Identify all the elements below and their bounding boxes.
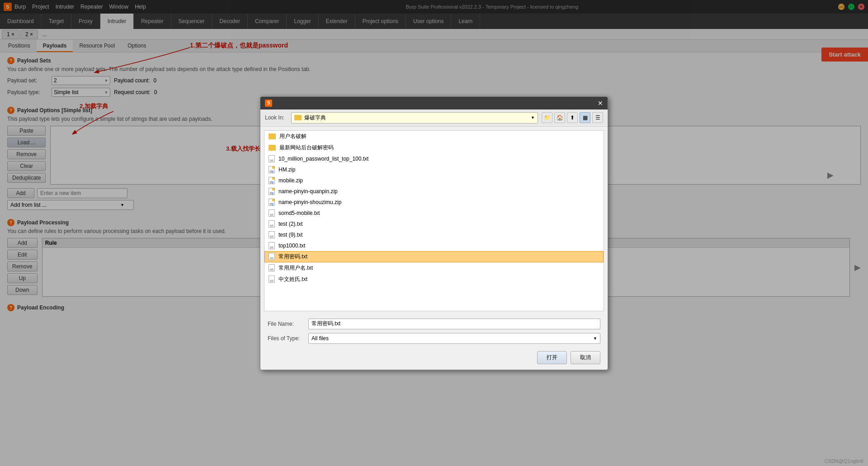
file-list-item[interactable]: txttest (2).txt (264, 219, 604, 229)
dialog-bottom: File Name: Files of Type: All files ▼ (260, 315, 608, 347)
file-item-name: test (9).txt (278, 232, 302, 238)
zip-icon: zip (269, 166, 275, 173)
dialog-overlay: S ✕ Look In: 爆破字典 ▼ 📁 🏠 ⬆ ▦ ☰ 用户名破解最新网站后… (0, 0, 868, 466)
file-list-item[interactable]: 用户名破解 (264, 131, 604, 142)
file-list-item[interactable]: zipname-pinyin-quanpin.zip (264, 186, 604, 197)
dialog-close-button[interactable]: ✕ (598, 100, 603, 107)
file-list-item[interactable]: 最新网站后台破解密码 (264, 142, 604, 153)
file-item-name: name-pinyin-shouzimu.zip (278, 199, 341, 205)
file-item-name: somd5-mobile.txt (278, 210, 320, 216)
txt-icon: txt (269, 220, 275, 228)
toolbar-home-icon[interactable]: 🏠 (554, 112, 565, 123)
file-list-item[interactable]: txttop1000.txt (264, 240, 604, 251)
file-item-name: test (2).txt (278, 221, 302, 227)
file-list-item[interactable]: txt中文姓氏.txt (264, 274, 604, 285)
file-list-item[interactable]: zipmobile.zip (264, 175, 604, 186)
txt-icon: txt (269, 231, 275, 238)
file-item-name: 常用用户名.txt (278, 264, 313, 272)
txt-icon: txt (269, 253, 275, 260)
file-item-name: 常用密码.txt (278, 253, 307, 261)
file-name-row: File Name: (268, 319, 600, 329)
file-list-item[interactable]: txtsomd5-mobile.txt (264, 208, 604, 219)
files-type-dropdown-icon: ▼ (593, 336, 597, 341)
files-type-select[interactable]: All files ▼ (308, 333, 600, 344)
file-name-input[interactable] (308, 319, 600, 329)
files-type-value: All files (311, 335, 329, 342)
look-in-value: 爆破字典 (304, 114, 326, 122)
look-in-label: Look In: (265, 114, 288, 121)
dialog-actions: 打开 取消 (260, 347, 608, 370)
dialog-title-icon: S (265, 100, 272, 107)
file-list-item[interactable]: txt常用用户名.txt (264, 262, 604, 274)
file-item-name: HM.zip (278, 166, 295, 173)
zip-icon: zip (269, 199, 275, 206)
file-item-name: mobile.zip (278, 177, 303, 184)
file-item-name: top1000.txt (278, 243, 305, 249)
file-list-item[interactable]: zipHM.zip (264, 164, 604, 175)
file-item-name: name-pinyin-quanpin.zip (278, 188, 338, 195)
txt-icon: txt (269, 155, 275, 162)
files-type-row: Files of Type: All files ▼ (268, 333, 600, 344)
file-item-name: 用户名破解 (279, 133, 307, 140)
txt-icon: txt (269, 264, 275, 271)
file-list-item[interactable]: txttest (9).txt (264, 229, 604, 240)
dialog-file-list: 用户名破解最新网站后台破解密码txt10_million_password_li… (264, 130, 604, 311)
zip-icon: zip (269, 177, 275, 184)
look-in-folder-icon (294, 115, 302, 120)
txt-icon: txt (269, 242, 275, 249)
look-in-select[interactable]: 爆破字典 ▼ (291, 112, 538, 124)
toolbar-detail-icon[interactable]: ☰ (592, 112, 603, 123)
folder-icon (269, 145, 276, 151)
file-list-item[interactable]: zipname-pinyin-shouzimu.zip (264, 197, 604, 208)
file-item-name: 中文姓氏.txt (278, 276, 307, 283)
file-dialog: S ✕ Look In: 爆破字典 ▼ 📁 🏠 ⬆ ▦ ☰ 用户名破解最新网站后… (260, 96, 608, 370)
files-type-label: Files of Type: (268, 335, 304, 342)
toolbar-list-icon[interactable]: ▦ (580, 112, 590, 123)
dialog-titlebar-left: S (265, 100, 272, 107)
toolbar-new-folder-icon[interactable]: 📁 (542, 112, 552, 123)
zip-icon: zip (269, 188, 275, 195)
toolbar-up-icon[interactable]: ⬆ (567, 112, 578, 123)
dialog-toolbar: Look In: 爆破字典 ▼ 📁 🏠 ⬆ ▦ ☰ (260, 109, 608, 127)
dialog-open-button[interactable]: 打开 (537, 351, 567, 364)
file-item-name: 最新网站后台破解密码 (279, 144, 334, 152)
folder-icon (269, 133, 276, 139)
dialog-titlebar: S ✕ (260, 97, 608, 109)
file-item-name: 10_million_password_list_top_100.txt (278, 156, 368, 162)
dialog-cancel-button[interactable]: 取消 (571, 351, 600, 364)
look-in-dropdown-icon: ▼ (531, 115, 535, 120)
file-name-label: File Name: (268, 321, 304, 327)
file-list-item[interactable]: txt常用密码.txt (264, 251, 604, 262)
txt-icon: txt (269, 209, 275, 217)
txt-icon: txt (269, 276, 275, 283)
file-list-item[interactable]: txt10_million_password_list_top_100.txt (264, 153, 604, 164)
dialog-toolbar-icons: 📁 🏠 ⬆ ▦ ☰ (542, 112, 603, 123)
